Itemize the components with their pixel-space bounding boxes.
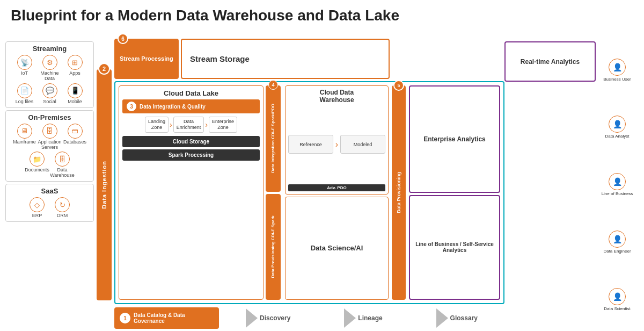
apps-icon: ⊞	[68, 55, 83, 70]
stream-storage-box: Stream Storage	[181, 39, 390, 79]
stream-processing-badge: 6	[118, 33, 128, 44]
streaming-title: Streaming	[9, 45, 90, 53]
source-appservers: 🗄 Application Servers	[38, 124, 62, 150]
source-group-saas: SaaS ◇ ERP ↻ DRM	[5, 184, 94, 222]
lob-analytics-box: Line of Business / Self-Service Analytic…	[409, 195, 500, 300]
landing-zone: LandingZone	[145, 117, 169, 133]
mobile-icon: 📱	[68, 83, 83, 98]
adv-pdo: Adv. PDO	[288, 184, 385, 191]
engineer-icon: 👤	[609, 231, 626, 248]
user-engineer: 👤 Data Engineer	[596, 231, 639, 254]
user-business: 👤 Business User	[596, 59, 639, 82]
right-column: Real-time Analytics	[504, 39, 596, 331]
iot-icon: 📡	[17, 55, 32, 70]
source-dw: 🗄 Data Warehouse	[50, 152, 74, 178]
realtime-analytics-box: Real-time Analytics	[504, 41, 596, 82]
bottom-row: 1 Data Catalog & Data Governance Discove…	[114, 305, 504, 331]
cdw-ds-area: Cloud DataWarehouse Reference › Modeled …	[285, 85, 389, 300]
user-lob: 👤 Line of Business	[596, 173, 639, 197]
catalog-badge: 1	[120, 313, 130, 323]
di-bar-badge: 4	[268, 80, 278, 90]
business-user-label: Business User	[603, 77, 631, 82]
di-bar: 4 Data Integration CDI-E Spark/PDO	[266, 85, 281, 192]
scientist-icon: 👤	[609, 288, 626, 305]
source-mobile: 📱 Mobile	[63, 83, 87, 105]
source-logfiles: 📄 Log files	[13, 83, 36, 105]
cloud-data-lake: Cloud Data Lake 3 Data Integration & Qua…	[119, 85, 264, 300]
zones-row: LandingZone › DataEnrichment › Enterpris…	[122, 117, 260, 133]
stream-storage-label: Stream Storage	[190, 54, 250, 63]
cloud-storage-box: Cloud Storage	[122, 136, 260, 147]
arrow-zone-2: ›	[205, 120, 208, 129]
source-documents: 📁 Documents	[25, 152, 49, 178]
ingestion-badge: 2	[98, 63, 110, 75]
engineer-label: Data Engineer	[603, 249, 631, 254]
sources-panel: Streaming 📡 IoT ⚙ Machine Data ⊞ Apps 📄 …	[5, 39, 94, 331]
source-apps: ⊞ Apps	[63, 55, 87, 82]
social-icon: 💬	[42, 83, 57, 98]
dp-bar-inner: Data Provisioning	[392, 85, 406, 300]
main-title: Blueprint for a Modern Data Warehouse an…	[0, 0, 644, 29]
scientist-label: Data Scientist	[604, 306, 630, 312]
main-content-row: Cloud Data Lake 3 Data Integration & Qua…	[114, 81, 504, 304]
dp-vertical-area: 5 Data Provisioning	[391, 85, 407, 300]
source-mainframe: 🖥 Mainframe	[13, 124, 36, 150]
analyst-icon: 👤	[609, 116, 626, 133]
documents-icon: 📁	[30, 152, 45, 167]
source-erp: ◇ ERP	[25, 197, 49, 219]
catalog-label: Data Catalog & Data Governance	[134, 312, 214, 324]
dp-bar-text: Data Provisioning CDI-E Spark	[270, 215, 276, 278]
center-content: 6 Stream Processing Stream Storage Cloud…	[114, 39, 504, 331]
databases-icon: 🗃	[68, 124, 83, 139]
source-drm: ↻ DRM	[50, 197, 74, 219]
source-group-onprem: On-Premises 🖥 Mainframe 🗄 Application Se…	[5, 110, 94, 182]
analyst-label: Data Analyst	[605, 134, 630, 139]
dw-icon: 🗄	[55, 152, 70, 167]
onprem-title: On-Premises	[9, 113, 90, 121]
business-user-icon: 👤	[609, 59, 626, 76]
stream-processing-label: Stream Processing	[120, 55, 173, 62]
cdw-modeled: Modeled	[340, 135, 385, 154]
catalog-box: 1 Data Catalog & Data Governance	[114, 307, 219, 329]
di-bar-text: Data Integration CDI-E Spark/PDO	[270, 104, 276, 173]
machine-icon: ⚙	[42, 55, 57, 70]
users-panel: 👤 Business User 👤 Data Analyst 👤 Line of…	[596, 39, 639, 331]
bottom-arrows: Discovery Lineage Glossary	[219, 308, 504, 328]
data-enrichment-zone: DataEnrichment	[173, 117, 204, 133]
discovery-label: Discovery	[260, 314, 290, 322]
spark-processing-box: Spark Processing	[122, 149, 260, 161]
vertical-bars: 4 Data Integration CDI-E Spark/PDO Data …	[266, 85, 283, 300]
mainframe-icon: 🖥	[17, 124, 32, 139]
source-iot: 📡 IoT	[13, 55, 36, 82]
source-machinedata: ⚙ Machine Data	[38, 55, 62, 82]
lineage-label: Lineage	[358, 314, 382, 322]
glossary-label: Glossary	[450, 314, 478, 322]
user-analyst: 👤 Data Analyst	[596, 116, 639, 139]
enterprise-analytics-box: Enterprise Analytics	[409, 85, 500, 193]
stream-processing-box: 6 Stream Processing	[114, 39, 179, 79]
dp-badge-outer: 5	[393, 80, 404, 91]
data-integration-bar: 3 Data Integration & Quality	[122, 99, 260, 113]
source-social: 💬 Social	[38, 83, 62, 105]
ingestion-bar-area: 2 Data Ingestion	[96, 39, 112, 331]
source-databases: 🗃 Databases	[63, 124, 87, 150]
logfiles-icon: 📄	[17, 83, 32, 98]
user-scientist: 👤 Data Scientist	[596, 288, 639, 312]
ingestion-label: Data Ingestion	[101, 161, 107, 209]
stream-row: 6 Stream Processing Stream Storage	[114, 39, 504, 79]
erp-icon: ◇	[30, 197, 45, 212]
diagram-area: Streaming 📡 IoT ⚙ Machine Data ⊞ Apps 📄 …	[0, 39, 644, 331]
ingestion-bar-inner: 2 Data Ingestion	[97, 69, 112, 300]
appservers-icon: 🗄	[42, 124, 57, 139]
data-int-label: Data Integration & Quality	[140, 104, 206, 110]
cdw-arrow: ›	[335, 140, 338, 149]
saas-title: SaaS	[9, 187, 90, 195]
arrow-zone-1: ›	[170, 120, 172, 129]
cdw-content: Reference › Modeled	[288, 106, 385, 183]
cdw-reference: Reference	[288, 135, 333, 154]
lob-icon: 👤	[609, 173, 626, 190]
analytics-panel: Enterprise Analytics Line of Business / …	[409, 85, 500, 300]
enterprise-zone: EnterpriseZone	[209, 117, 237, 133]
drm-icon: ↻	[55, 197, 70, 212]
source-group-streaming: Streaming 📡 IoT ⚙ Machine Data ⊞ Apps 📄 …	[5, 41, 94, 108]
